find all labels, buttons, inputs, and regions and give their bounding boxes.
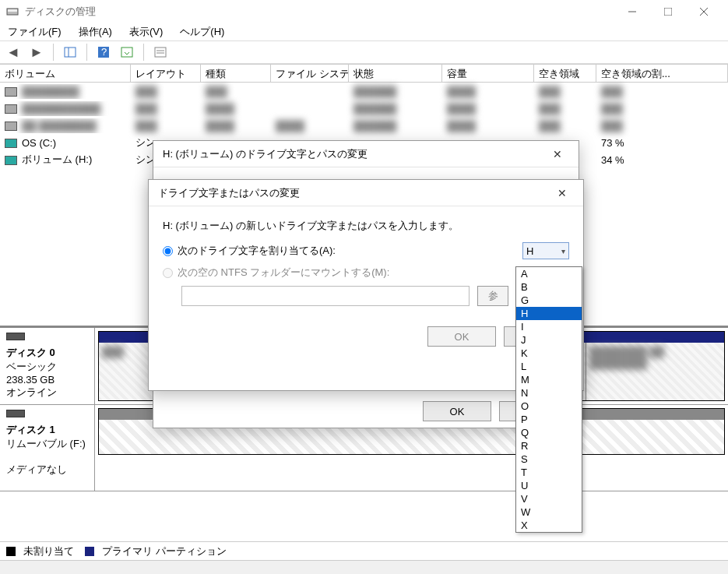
svg-rect-6	[65, 48, 76, 57]
dialog-title: H: (ボリューム) のドライブ文字とパスの変更	[163, 147, 546, 161]
ok-button[interactable]: OK	[423, 401, 491, 421]
legend-unallocated: 未割り当て	[23, 544, 74, 558]
dropdown-option[interactable]: H	[516, 307, 582, 320]
dropdown-option[interactable]: Q	[516, 426, 582, 439]
legend-swatch-primary	[85, 547, 94, 556]
dropdown-option[interactable]: O	[516, 400, 582, 413]
titlebar: ディスクの管理	[0, 0, 728, 23]
volume-icon	[5, 156, 17, 165]
dropdown-option[interactable]: B	[516, 280, 582, 294]
disk-type: リムーバブル (F:)	[6, 438, 86, 449]
radio-assign-letter[interactable]: 次のドライブ文字を割り当てる(A): H ▾	[163, 242, 569, 259]
col-kind[interactable]: 種類	[201, 65, 271, 82]
dropdown-option[interactable]: P	[516, 413, 582, 426]
dropdown-option[interactable]: K	[516, 347, 582, 360]
dropdown-option[interactable]: G	[516, 294, 582, 307]
col-layout[interactable]: レイアウト	[131, 65, 201, 82]
menu-help[interactable]: ヘルプ(H)	[177, 23, 227, 40]
radio-input[interactable]	[163, 246, 173, 256]
back-button[interactable]: ◄	[5, 44, 22, 61]
disk-status: オンライン	[6, 386, 57, 398]
combo-value: H	[526, 245, 533, 257]
drive-letter-dropdown[interactable]: ABGHIJKLMNOPQRSTUVWX	[515, 266, 582, 533]
table-row[interactable]: ██████████████████████████████████	[0, 100, 728, 117]
col-volume[interactable]: ボリューム	[0, 65, 131, 82]
col-fs[interactable]: ファイル システム	[271, 65, 349, 82]
volume-icon	[5, 139, 17, 148]
svg-rect-11	[155, 48, 166, 57]
volume-name: ボリューム (H:)	[22, 153, 92, 165]
table-row[interactable]: ██████████████████████████████	[0, 83, 728, 100]
refresh-button[interactable]	[118, 44, 135, 61]
dialog-titlebar: H: (ボリューム) のドライブ文字とパスの変更 ✕	[153, 141, 579, 167]
ok-button[interactable]: OK	[427, 326, 496, 347]
disk-status: メディアなし	[6, 463, 67, 475]
console-tree-button[interactable]	[62, 44, 79, 61]
dropdown-option[interactable]: L	[516, 360, 582, 373]
svg-rect-1	[8, 9, 17, 12]
volume-name: OS (C:)	[22, 137, 56, 149]
dropdown-option[interactable]: R	[516, 439, 582, 453]
col-capacity[interactable]: 容量	[442, 65, 534, 82]
disk-size: 238.35 GB	[6, 374, 55, 386]
dialog-message: H: (ボリューム) の新しいドライブ文字またはパスを入力します。	[163, 219, 569, 233]
window-controls	[614, 0, 722, 23]
dialog-titlebar: ドライブ文字またはパスの変更 ✕	[149, 180, 583, 206]
close-button[interactable]	[686, 0, 722, 23]
disk-title: ディスク 0	[6, 347, 55, 358]
disk-title: ディスク 1	[6, 424, 55, 435]
disk-type: ベーシック	[6, 361, 57, 372]
browse-button[interactable]: 参	[477, 286, 508, 306]
disk-mgmt-icon	[6, 5, 19, 18]
dropdown-option[interactable]: T	[516, 466, 582, 479]
menu-file[interactable]: ファイル(F)	[5, 23, 65, 40]
dialog-title: ドライブ文字またはパスの変更	[158, 186, 550, 200]
close-icon[interactable]: ✕	[546, 148, 569, 160]
dropdown-option[interactable]: M	[516, 373, 582, 386]
legend: 未割り当て プライマリ パーティション	[0, 541, 728, 560]
dropdown-option[interactable]: W	[516, 505, 582, 519]
legend-swatch-unallocated	[6, 547, 16, 556]
help-button[interactable]: ?	[95, 44, 112, 61]
volume-ratio: 34 %	[596, 153, 728, 167]
radio-label: 次の空の NTFS フォルダーにマウントする(M):	[178, 266, 389, 280]
menu-view[interactable]: 表示(V)	[126, 23, 166, 40]
minimize-button[interactable]	[614, 0, 650, 23]
volume-ratio: 73 %	[596, 136, 728, 150]
window-title: ディスクの管理	[25, 5, 614, 19]
svg-rect-3	[664, 8, 672, 16]
dropdown-option[interactable]: I	[516, 320, 582, 333]
col-free[interactable]: 空き領域	[534, 65, 596, 82]
disk-icon	[6, 333, 25, 340]
radio-label: 次のドライブ文字を割り当てる(A):	[178, 244, 336, 258]
dropdown-options: ABGHIJKLMNOPQRSTUVWX	[516, 267, 582, 532]
dropdown-option[interactable]: A	[516, 267, 582, 280]
dropdown-option[interactable]: J	[516, 333, 582, 347]
chevron-down-icon: ▾	[561, 247, 565, 255]
dropdown-option[interactable]: N	[516, 386, 582, 400]
forward-button[interactable]: ►	[28, 44, 45, 61]
col-ratio[interactable]: 空き領域の割...	[596, 65, 728, 82]
legend-primary: プライマリ パーティション	[102, 544, 227, 558]
statusbar	[0, 560, 728, 574]
maximize-button[interactable]	[650, 0, 686, 23]
dropdown-option[interactable]: S	[516, 453, 582, 466]
disk-icon	[6, 410, 25, 417]
mount-path-input[interactable]	[181, 286, 470, 306]
disk-label: ディスク 0 ベーシック 238.35 GB オンライン	[0, 328, 95, 404]
table-row[interactable]: ██ ███████████████████████████████████	[0, 117, 728, 134]
col-status[interactable]: 状態	[349, 65, 442, 82]
menu-action[interactable]: 操作(A)	[76, 23, 115, 40]
radio-input[interactable]	[163, 268, 173, 278]
drive-letter-combo[interactable]: H ▾	[522, 242, 569, 259]
list-button[interactable]	[152, 44, 169, 61]
svg-rect-10	[121, 48, 132, 57]
volume-table-header: ボリューム レイアウト 種類 ファイル システム 状態 容量 空き領域 空き領域…	[0, 64, 728, 83]
toolbar: ◄ ► ?	[0, 40, 728, 64]
radio-mount-folder[interactable]: 次の空の NTFS フォルダーにマウントする(M):	[163, 266, 569, 280]
dropdown-option[interactable]: U	[516, 479, 582, 492]
close-icon[interactable]: ✕	[550, 187, 574, 199]
dropdown-option[interactable]: V	[516, 492, 582, 505]
menubar: ファイル(F) 操作(A) 表示(V) ヘルプ(H)	[0, 23, 728, 40]
dropdown-option[interactable]: X	[516, 519, 582, 532]
